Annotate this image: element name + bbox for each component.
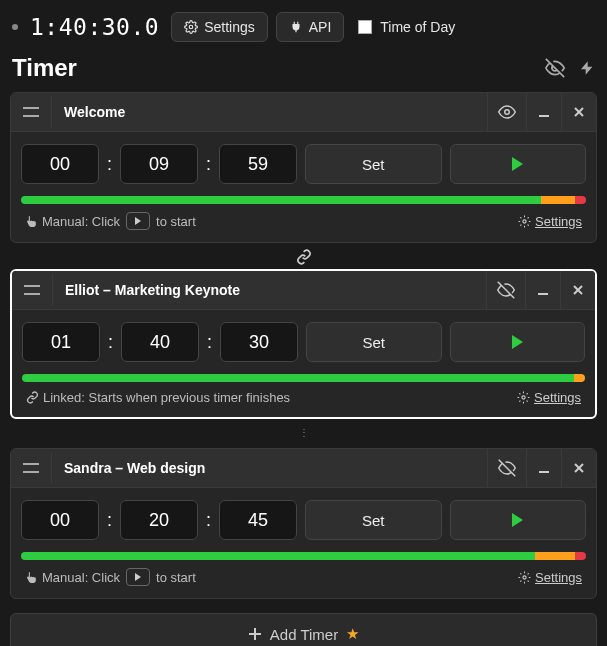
visibility-toggle[interactable] (486, 271, 525, 309)
timer-card-header: Elliot – Marketing Keynote (12, 271, 595, 310)
time-colon: : (206, 510, 211, 531)
timer-card: Elliot – Marketing Keynote : : Set (10, 269, 597, 419)
timer-settings-link[interactable]: Settings (518, 570, 582, 585)
timer-title[interactable]: Elliot – Marketing Keynote (53, 272, 486, 308)
mode-text-after: to start (156, 214, 196, 229)
minutes-input[interactable] (120, 500, 198, 540)
time-of-day-label: Time of Day (380, 19, 455, 35)
set-button[interactable]: Set (305, 144, 441, 184)
svg-point-3 (505, 110, 510, 115)
add-timer-label: Add Timer (270, 626, 338, 643)
progress-red (575, 552, 586, 560)
timer-card-header: Sandra – Web design (11, 449, 596, 488)
progress-orange (541, 196, 575, 204)
play-button[interactable] (450, 322, 585, 362)
svg-point-13 (522, 396, 525, 399)
add-timer-button[interactable]: Add Timer ★ (10, 613, 597, 646)
api-button[interactable]: API (276, 12, 345, 42)
link-indicator-icon (0, 249, 607, 265)
timer-card: Welcome : : Set (10, 92, 597, 243)
master-time: 1:40:30.0 (30, 14, 159, 40)
time-row: : : Set (21, 500, 586, 540)
timer-title[interactable]: Sandra – Web design (52, 450, 487, 486)
time-colon: : (107, 154, 112, 175)
play-button[interactable] (450, 500, 586, 540)
seconds-input[interactable] (219, 500, 297, 540)
seconds-input[interactable] (219, 144, 297, 184)
progress-green (22, 374, 574, 382)
seconds-input[interactable] (220, 322, 298, 362)
timer-card-body: : : Set Manual: Click to start (11, 488, 596, 598)
svg-point-0 (189, 25, 193, 29)
timer-card-footer: Manual: Click to start Settings (21, 204, 586, 232)
set-button[interactable]: Set (306, 322, 441, 362)
close-button[interactable] (561, 449, 596, 487)
svg-point-7 (523, 219, 526, 222)
svg-point-19 (523, 575, 526, 578)
gear-icon (518, 215, 531, 228)
link-icon (26, 391, 39, 404)
time-of-day-toggle[interactable]: Time of Day (358, 19, 455, 35)
time-colon: : (206, 154, 211, 175)
time-row: : : Set (21, 144, 586, 184)
visibility-toggle[interactable] (487, 449, 526, 487)
close-button[interactable] (561, 93, 596, 131)
timer-card-body: : : Set Linked: Starts when previous tim… (12, 310, 595, 417)
minimize-button[interactable] (525, 271, 560, 309)
timer-card-body: : : Set Manual: Click to start (11, 132, 596, 242)
mode-text-after: to start (156, 570, 196, 585)
bolt-icon[interactable] (579, 58, 595, 78)
timer-settings-label: Settings (535, 214, 582, 229)
timer-settings-label: Settings (535, 570, 582, 585)
drag-handle-icon[interactable] (12, 274, 53, 306)
timer-settings-link[interactable]: Settings (518, 214, 582, 229)
progress-orange (574, 374, 585, 382)
mode-text-before: Manual: Click (42, 214, 120, 229)
set-button[interactable]: Set (305, 500, 441, 540)
section-actions (545, 58, 595, 78)
gear-icon (184, 20, 198, 34)
timer-card: Sandra – Web design : : Set (10, 448, 597, 599)
time-of-day-checkbox[interactable] (358, 20, 372, 34)
timer-title[interactable]: Welcome (52, 94, 487, 130)
gear-icon (517, 391, 530, 404)
progress-orange (535, 552, 575, 560)
timer-header-actions (486, 271, 595, 309)
hide-all-icon[interactable] (545, 58, 565, 78)
close-button[interactable] (560, 271, 595, 309)
play-button[interactable] (450, 144, 586, 184)
hours-input[interactable] (21, 500, 99, 540)
mode-indicator: Manual: Click to start (25, 212, 196, 230)
api-button-label: API (309, 19, 332, 35)
drag-handle-icon[interactable] (11, 452, 52, 484)
play-icon (512, 513, 523, 527)
progress-bar (21, 196, 586, 204)
star-icon: ★ (346, 625, 359, 643)
mode-text: Linked: Starts when previous timer finis… (43, 390, 290, 405)
hours-input[interactable] (22, 322, 100, 362)
mode-indicator: Linked: Starts when previous timer finis… (26, 390, 290, 405)
minimize-button[interactable] (526, 93, 561, 131)
minimize-button[interactable] (526, 449, 561, 487)
timer-header-actions (487, 93, 596, 131)
separator-dots: ⋮ (0, 427, 607, 438)
settings-button-label: Settings (204, 19, 255, 35)
timer-header-actions (487, 449, 596, 487)
drag-handle-icon[interactable] (11, 96, 52, 128)
mode-indicator: Manual: Click to start (25, 568, 196, 586)
time-colon: : (107, 510, 112, 531)
timer-card-footer: Manual: Click to start Settings (21, 560, 586, 588)
mini-play-icon (126, 568, 150, 586)
hours-input[interactable] (21, 144, 99, 184)
time-colon: : (207, 332, 212, 353)
progress-bar (21, 552, 586, 560)
timer-settings-link[interactable]: Settings (517, 390, 581, 405)
play-icon (512, 157, 523, 171)
recording-dot (12, 24, 18, 30)
minutes-input[interactable] (120, 144, 198, 184)
time-colon: : (108, 332, 113, 353)
visibility-toggle[interactable] (487, 93, 526, 131)
minutes-input[interactable] (121, 322, 199, 362)
settings-button[interactable]: Settings (171, 12, 268, 42)
timer-card-header: Welcome (11, 93, 596, 132)
